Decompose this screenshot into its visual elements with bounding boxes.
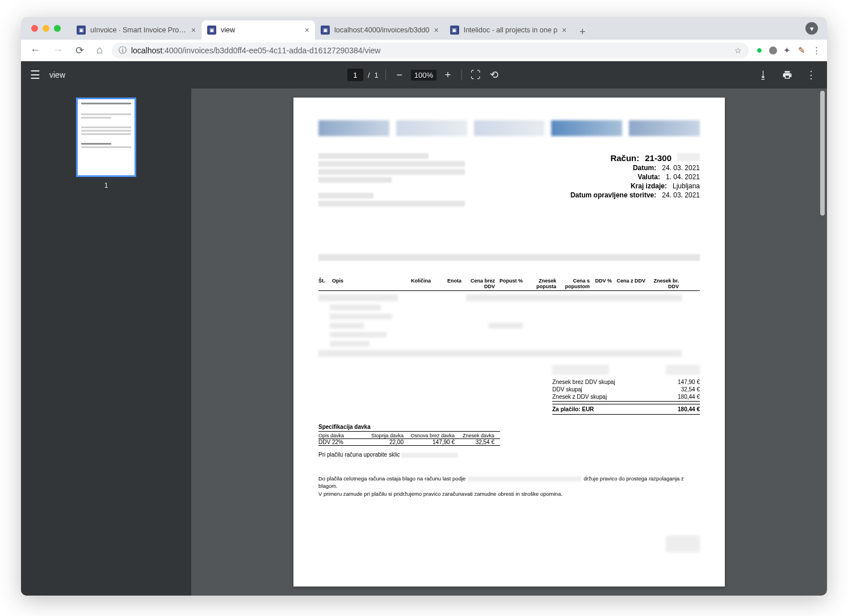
print-icon[interactable] bbox=[780, 68, 794, 82]
browser-tab[interactable]: ▣ uInvoice · Smart Invoice Proces × bbox=[71, 20, 201, 40]
payment-reference-notice: Pri plačilu računa uporabite sklic bbox=[318, 452, 700, 458]
tax-title: Specifikacija davka bbox=[318, 424, 500, 432]
grand-total-value: 180,44 € bbox=[678, 406, 700, 412]
forward-button[interactable]: → bbox=[49, 42, 66, 58]
reload-button[interactable]: ⟳ bbox=[72, 42, 87, 59]
thumbnail-label: 1 bbox=[104, 182, 108, 189]
fit-page-icon[interactable]: ⛶ bbox=[469, 68, 482, 82]
meta-value: 24. 03. 2021 bbox=[662, 164, 700, 172]
header-logos bbox=[318, 120, 700, 136]
page-total: 1 bbox=[375, 71, 379, 79]
close-tab-icon[interactable]: × bbox=[562, 26, 566, 35]
pdf-toolbar: ☰ view / 1 − 100% + ⛶ ⟲ ⭳ ⋮ bbox=[21, 61, 827, 88]
invoice-meta: Račun: 21-300 Datum:24. 03. 2021 Valuta:… bbox=[570, 153, 700, 209]
tab-label: localhost:4000/invoices/b3dd0 bbox=[334, 26, 429, 34]
close-tab-icon[interactable]: × bbox=[305, 26, 309, 35]
extensions-icon[interactable]: ✦ bbox=[782, 45, 792, 56]
chrome-menu-icon[interactable]: ⋮ bbox=[811, 45, 821, 56]
scrollbar-thumb[interactable] bbox=[820, 91, 825, 216]
favicon: ▣ bbox=[321, 26, 330, 35]
tab-label: uInvoice · Smart Invoice Proces bbox=[90, 26, 187, 34]
document-title: view bbox=[49, 70, 65, 79]
line-items-body bbox=[318, 291, 700, 359]
meta-label: Kraj izdaje: bbox=[631, 182, 667, 190]
zoom-level[interactable]: 100% bbox=[411, 70, 436, 81]
totals: Znesek brez DDV skupaj147,90 € DDV skupa… bbox=[318, 365, 700, 415]
meta-value: 24. 03. 2021 bbox=[662, 191, 700, 199]
signature-area bbox=[666, 535, 700, 552]
invoice-number: 21-300 bbox=[645, 153, 671, 163]
browser-toolbar: ← → ⟳ ⌂ ⓘ localhost:4000/invoices/b3dd0f… bbox=[21, 40, 827, 61]
hamburger-icon[interactable]: ☰ bbox=[30, 68, 40, 82]
address-bar[interactable]: ⓘ localhost:4000/invoices/b3dd0ff4-ee05-… bbox=[112, 43, 749, 58]
meta-label: Datum opravljene storitve: bbox=[570, 191, 656, 199]
back-button[interactable]: ← bbox=[27, 42, 44, 58]
thumbnail-panel: 1 bbox=[21, 88, 191, 596]
close-tab-icon[interactable]: × bbox=[434, 26, 438, 35]
pdf-page: Račun: 21-300 Datum:24. 03. 2021 Valuta:… bbox=[293, 98, 725, 587]
grand-total-label: Za plačilo: EUR bbox=[552, 406, 594, 412]
url-path: :4000/invoices/b3dd0ff4-ee05-4c11-adda-d… bbox=[162, 46, 380, 55]
profile-icon[interactable]: ▾ bbox=[805, 22, 818, 35]
extensions-area: ● ✦ ✎ ⋮ bbox=[754, 45, 821, 56]
bookmark-icon[interactable]: ☆ bbox=[734, 46, 742, 55]
new-tab-button[interactable]: + bbox=[574, 24, 590, 40]
tab-label: view bbox=[221, 26, 300, 34]
url-host: localhost bbox=[131, 46, 162, 55]
total-value: 147,90 € bbox=[678, 379, 700, 385]
download-icon[interactable]: ⭳ bbox=[757, 68, 770, 82]
total-value: 32,54 € bbox=[681, 386, 700, 393]
window-controls bbox=[26, 25, 66, 32]
invoice-number-label: Račun: bbox=[610, 153, 639, 163]
total-value: 180,44 € bbox=[678, 394, 700, 400]
close-window[interactable] bbox=[31, 25, 38, 32]
favicon: ▣ bbox=[450, 26, 459, 35]
close-tab-icon[interactable]: × bbox=[191, 26, 196, 35]
total-label: DDV skupaj bbox=[552, 386, 582, 393]
page-number-input[interactable] bbox=[347, 69, 363, 81]
page-separator: / bbox=[368, 71, 370, 79]
meta-value: Ljubljana bbox=[673, 182, 700, 190]
customer-address bbox=[318, 153, 502, 209]
rotate-icon[interactable]: ⟲ bbox=[487, 68, 501, 82]
total-label: Znesek z DDV skupaj bbox=[552, 394, 607, 400]
favicon: ▣ bbox=[207, 26, 216, 35]
meta-value: 1. 04. 2021 bbox=[666, 173, 700, 181]
footer-text: Do plačila celotnega računa ostaja blago… bbox=[318, 475, 700, 497]
zoom-in-button[interactable]: + bbox=[441, 68, 455, 82]
more-menu-icon[interactable]: ⋮ bbox=[804, 68, 818, 82]
tab-label: Intelidoc - all projects in one p bbox=[464, 26, 557, 34]
extension-icon[interactable]: ✎ bbox=[796, 45, 807, 56]
meta-label: Datum: bbox=[633, 164, 656, 172]
home-button[interactable]: ⌂ bbox=[93, 42, 106, 58]
page-scroll-area[interactable]: Račun: 21-300 Datum:24. 03. 2021 Valuta:… bbox=[191, 88, 827, 596]
minimize-window[interactable] bbox=[43, 25, 49, 32]
browser-tab[interactable]: ▣ Intelidoc - all projects in one p × bbox=[444, 20, 573, 40]
page-thumbnail[interactable] bbox=[76, 98, 136, 177]
zoom-out-button[interactable]: − bbox=[393, 68, 406, 82]
maximize-window[interactable] bbox=[54, 25, 61, 32]
pdf-viewer: 1 bbox=[21, 88, 827, 596]
browser-tab[interactable]: ▣ localhost:4000/invoices/b3dd0 × bbox=[315, 20, 444, 40]
meta-label: Valuta: bbox=[638, 173, 660, 181]
extension-icon[interactable]: ● bbox=[754, 45, 765, 56]
line-items-header: Št. Opis Količina Enota Cena brez DDV Po… bbox=[318, 278, 700, 291]
browser-tab-bar: ▣ uInvoice · Smart Invoice Proces × ▣ vi… bbox=[21, 17, 827, 40]
site-info-icon[interactable]: ⓘ bbox=[119, 45, 127, 56]
total-label: Znesek brez DDV skupaj bbox=[552, 379, 615, 385]
extension-icon[interactable] bbox=[769, 47, 777, 54]
scrollbar[interactable] bbox=[819, 88, 826, 596]
browser-tab-active[interactable]: ▣ view × bbox=[201, 20, 315, 40]
tax-specification: Specifikacija davka Opis davka Stopnja d… bbox=[318, 424, 500, 446]
favicon: ▣ bbox=[77, 26, 86, 35]
